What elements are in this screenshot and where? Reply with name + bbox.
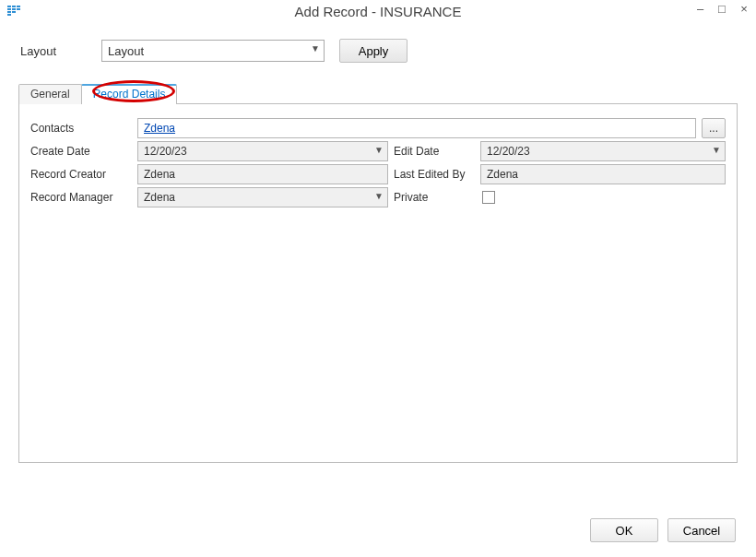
contacts-label: Contacts [30, 122, 137, 135]
record-creator-label: Record Creator [30, 168, 137, 181]
last-edited-by-value: Zdena [487, 168, 518, 181]
last-edited-by-field[interactable]: Zdena [480, 164, 726, 184]
layout-select-value: Layout [108, 44, 144, 58]
contacts-browse-button[interactable]: ... [702, 118, 726, 138]
close-button[interactable]: × [738, 2, 750, 16]
dialog-footer: OK Cancel [590, 518, 736, 542]
title-bar: Add Record - INSURANCE – □ × [0, 0, 756, 22]
record-details-panel: Contacts Zdena ... Create Date 12/20/23 … [18, 103, 738, 463]
private-checkbox[interactable] [482, 191, 495, 204]
contacts-field[interactable]: Zdena [137, 118, 696, 138]
record-manager-label: Record Manager [30, 191, 137, 204]
record-manager-value: Zdena [144, 191, 175, 204]
record-manager-field[interactable]: Zdena ▼ [137, 187, 388, 207]
layout-select[interactable]: Layout ▼ [101, 40, 325, 62]
record-creator-value: Zdena [144, 168, 175, 181]
edit-date-label: Edit Date [388, 145, 480, 158]
create-date-label: Create Date [30, 145, 137, 158]
create-date-field[interactable]: 12/20/23 ▼ [137, 141, 388, 161]
tab-general[interactable]: General [18, 84, 82, 104]
layout-row: Layout Layout ▼ Apply [0, 22, 756, 72]
contacts-value: Zdena [144, 122, 175, 135]
edit-date-field[interactable]: 12/20/23 ▼ [480, 141, 726, 161]
cancel-button[interactable]: Cancel [667, 518, 736, 542]
create-date-value: 12/20/23 [144, 145, 187, 158]
chevron-down-icon: ▼ [712, 145, 721, 155]
ok-button[interactable]: OK [590, 518, 658, 542]
tab-bar: General Record Details [18, 83, 738, 103]
chevron-down-icon: ▼ [374, 191, 384, 201]
minimize-button[interactable]: – [693, 2, 706, 16]
maximize-button[interactable]: □ [715, 2, 728, 16]
record-creator-field[interactable]: Zdena [137, 164, 388, 184]
tab-record-details[interactable]: Record Details [81, 84, 178, 104]
last-edited-by-label: Last Edited By [388, 168, 480, 181]
chevron-down-icon: ▼ [311, 43, 320, 53]
layout-label: Layout [20, 44, 92, 58]
dialog-title: Add Record - INSURANCE [0, 4, 756, 19]
chevron-down-icon: ▼ [374, 145, 384, 155]
private-label: Private [388, 191, 480, 204]
apply-button[interactable]: Apply [339, 39, 408, 63]
edit-date-value: 12/20/23 [487, 145, 530, 158]
